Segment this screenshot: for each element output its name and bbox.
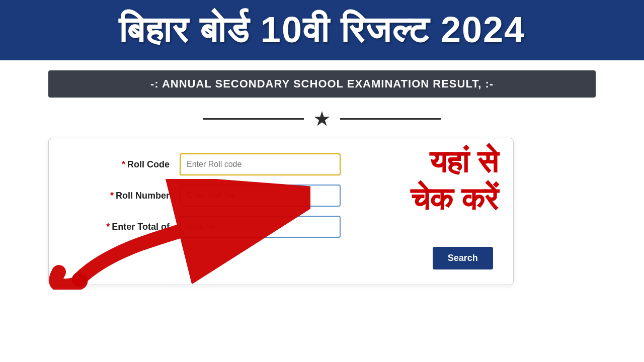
exam-title-bar: -: ANNUAL SECONDARY SCHOOL EXAMINATION R…	[48, 70, 596, 98]
star-icon: ★	[313, 109, 331, 129]
divider-right	[340, 118, 441, 120]
hindi-line2: चेक करें	[411, 180, 498, 218]
captcha-row: *Enter Total of	[69, 216, 493, 238]
roll-code-label: *Roll Code	[69, 159, 180, 170]
search-row: Search	[69, 247, 493, 269]
form-card: *Roll Code *Roll Number *Enter Total of	[48, 138, 514, 285]
captcha-input[interactable]	[180, 216, 341, 238]
roll-number-label: *Roll Number	[69, 191, 180, 201]
captcha-label: *Enter Total of	[69, 222, 180, 232]
banner-title: बिहार बोर्ड 10वी रिजल्ट 2024	[119, 9, 525, 51]
search-btn-wrapper: Search	[433, 247, 493, 269]
main-content: -: ANNUAL SECONDARY SCHOOL EXAMINATION R…	[0, 60, 644, 285]
star-divider: ★	[48, 109, 596, 129]
required-star-1: *	[122, 159, 125, 169]
divider-left	[203, 118, 304, 120]
search-button[interactable]: Search	[433, 247, 493, 269]
roll-number-input[interactable]	[180, 185, 341, 207]
form-wrapper: *Roll Code *Roll Number *Enter Total of	[48, 138, 596, 285]
roll-code-input[interactable]	[180, 153, 341, 175]
top-banner: बिहार बोर्ड 10वी रिजल्ट 2024	[0, 0, 644, 60]
exam-title-text: -: ANNUAL SECONDARY SCHOOL EXAMINATION R…	[150, 77, 494, 90]
hindi-overlay: यहां से चेक करें	[411, 143, 498, 218]
hindi-line1: यहां से	[411, 143, 498, 180]
required-star-3: *	[106, 222, 110, 232]
required-star-2: *	[110, 191, 114, 201]
